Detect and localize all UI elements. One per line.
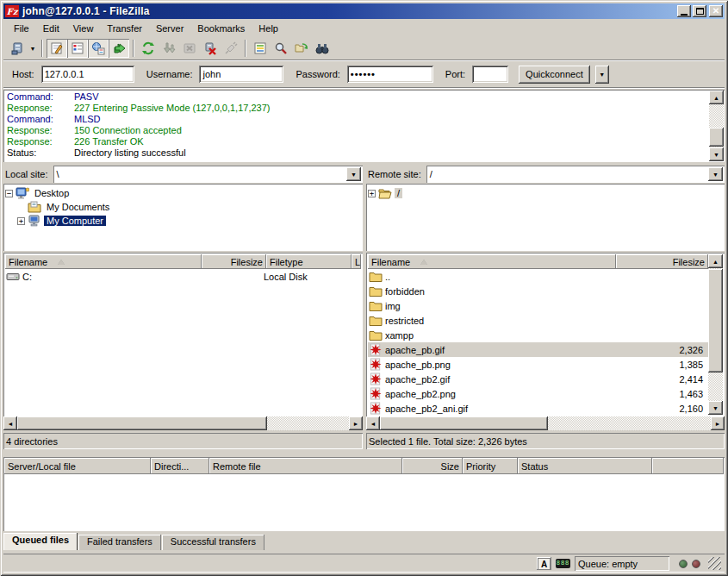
scroll-right-button[interactable]: ► [711,416,725,430]
scroll-down-button[interactable]: ▼ [708,401,723,415]
file-row[interactable]: apache_pb2.png 1,463 [368,386,708,401]
file-row[interactable]: img [368,298,708,313]
log-text: 227 Entering Passive Mode (127,0,0,1,17,… [74,103,270,114]
menu-transfer[interactable]: Transfer [100,22,149,35]
scroll-up-button[interactable]: ▲ [709,91,724,104]
menu-server[interactable]: Server [149,22,190,35]
local-site-combo[interactable]: \ ▼ [53,166,363,183]
scroll-left-button[interactable]: ◄ [366,416,380,430]
file-size: 2,414 [625,374,708,385]
directory-filters-button[interactable] [250,39,271,58]
file-row-c-drive[interactable]: C: Local Disk [5,269,361,284]
tab-successful-transfers[interactable]: Successful transfers [162,535,264,550]
column-header-filename[interactable]: Filename [368,254,616,269]
file-row-selected[interactable]: apache_pb.gif 2,326 [368,342,708,357]
minimize-button[interactable] [677,5,691,17]
expand-icon[interactable]: + [368,190,376,197]
file-row[interactable]: apache_pb.png 1,385 [368,357,708,372]
remote-site-combo[interactable]: / ▼ [426,166,725,183]
menu-bookmarks[interactable]: Bookmarks [190,22,252,35]
reconnect-button[interactable] [221,39,241,58]
column-header-filesize[interactable]: Filesize [202,254,266,269]
file-row[interactable]: restricted [368,313,708,328]
file-row[interactable]: apache_pb2_ani.gif 2,160 [368,401,708,415]
scroll-thumb[interactable] [708,269,723,373]
file-row[interactable]: xampp [368,328,708,342]
message-log-panel: Command:PASV Response:227 Entering Passi… [3,90,725,162]
menu-edit[interactable]: Edit [36,22,66,35]
port-input[interactable] [472,66,508,83]
column-header-server-local-file[interactable]: Server/Local file [4,458,151,474]
tree-item-my-documents[interactable]: My Documents [17,200,361,214]
column-header-priority[interactable]: Priority [463,458,518,474]
file-row[interactable]: .. [368,269,708,284]
scroll-down-button[interactable]: ▼ [709,147,724,161]
minimize-icon [681,14,688,16]
close-button[interactable]: ✕ [709,5,723,17]
refresh-button[interactable] [138,39,159,58]
synchronized-browsing-button[interactable] [291,39,312,58]
column-header-filesize[interactable]: Filesize [616,254,708,269]
my-computer-icon [28,215,41,227]
scroll-right-button[interactable]: ► [349,416,363,430]
toggle-message-log-button[interactable] [47,39,67,58]
scroll-left-button[interactable]: ◄ [3,416,17,430]
file-row[interactable]: forbidden [368,284,708,298]
scroll-thumb[interactable] [709,128,724,147]
resize-grip[interactable] [708,557,721,570]
column-header-remote-file[interactable]: Remote file [209,458,402,474]
host-input[interactable] [41,66,134,83]
tree-item-desktop[interactable]: − Desktop [5,186,361,200]
file-search-button[interactable] [271,39,291,58]
sort-ascending-icon [58,260,65,265]
local-hscrollbar[interactable]: ◄ ► [3,416,363,430]
toggle-local-tree-button[interactable] [67,39,88,58]
column-header-size[interactable]: Size [402,458,463,474]
tab-queued-files[interactable]: Queued files [3,533,78,550]
menu-help[interactable]: Help [252,22,285,35]
tree-item-label: My Computer [44,216,106,226]
scroll-thumb[interactable] [17,416,267,430]
pane-splitter[interactable] [363,165,366,449]
transfer-queue-icon [112,41,126,55]
file-row[interactable]: apache_pb2.gif 2,414 [368,372,708,386]
folder-icon [369,314,383,327]
menu-file[interactable]: File [7,22,36,35]
toggle-remote-tree-button[interactable] [88,39,109,58]
remote-site-combo-dropdown[interactable]: ▼ [708,167,723,181]
maximize-button[interactable] [693,5,706,17]
column-header-status[interactable]: Status [518,458,652,474]
scroll-up-button[interactable]: ▲ [708,254,723,268]
log-label: Command: [7,114,74,125]
column-header-direction[interactable]: Directi... [151,458,209,474]
disconnect-icon [203,41,217,55]
column-header-filename[interactable]: Filename [5,254,202,269]
column-header-last-modified[interactable]: L [352,254,361,269]
tab-failed-transfers[interactable]: Failed transfers [78,535,161,550]
quickconnect-dropdown[interactable]: ▼ [595,66,609,84]
remote-list-header: Filename Filesize [368,254,708,269]
password-input[interactable] [347,66,433,83]
toggle-transfer-queue-button[interactable] [109,39,129,58]
remote-hscrollbar[interactable]: ◄ ► [366,416,725,430]
remote-list-scrollbar[interactable]: ▲ ▼ [708,254,723,415]
site-manager-dropdown[interactable]: ▼ [28,39,38,58]
local-site-combo-dropdown[interactable]: ▼ [346,167,361,181]
scroll-thumb[interactable] [380,416,548,430]
site-manager-button[interactable] [7,39,28,58]
process-queue-button[interactable] [159,39,179,58]
directory-comparison-button[interactable] [312,39,333,58]
tree-item-root[interactable]: + / [368,186,723,200]
cancel-operation-button[interactable] [179,39,200,58]
disconnect-button[interactable] [200,39,221,58]
expand-icon[interactable]: + [17,217,25,225]
column-header-filetype[interactable]: Filetype [266,254,352,269]
toolbar-separator [245,40,246,57]
username-input[interactable] [199,66,283,83]
tree-item-my-computer[interactable]: + My Computer [17,214,361,228]
log-scrollbar[interactable]: ▲ ▼ [709,91,724,161]
quickconnect-button[interactable]: Quickconnect [519,66,590,84]
folder-icon [369,270,383,283]
collapse-icon[interactable]: − [5,190,13,197]
menu-view[interactable]: View [66,22,101,35]
